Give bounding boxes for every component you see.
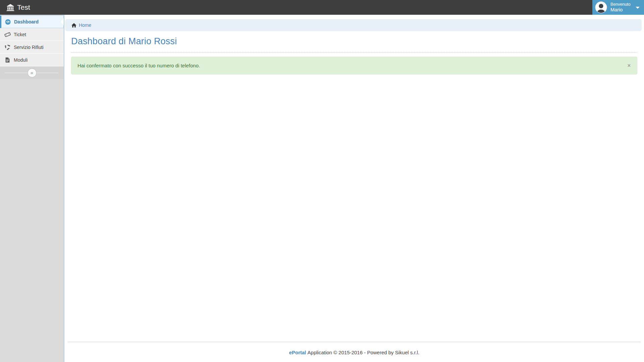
sidebar-item-moduli[interactable]: Moduli bbox=[0, 54, 64, 66]
user-greeting: Benvenuto Mario bbox=[610, 2, 631, 13]
footer: ePortalApplication © 2015-2016 - Powered… bbox=[64, 342, 644, 362]
ticket-icon bbox=[4, 32, 11, 37]
page-title: Dashboard di Mario Rossi bbox=[71, 36, 637, 47]
sidebar-item-label: Servizio Rifiuti bbox=[14, 45, 44, 50]
sidebar-collapse-row: « bbox=[0, 66, 64, 79]
sidebar: Dashboard Ticket bbox=[0, 15, 64, 362]
footer-text: ePortalApplication © 2015-2016 - Powered… bbox=[64, 350, 644, 355]
sidebar-menu: Dashboard Ticket bbox=[0, 15, 64, 66]
content-area: Home Dashboard di Mario Rossi Hai confer… bbox=[64, 15, 644, 362]
sidebar-item-label: Ticket bbox=[14, 32, 26, 37]
footer-divider bbox=[68, 342, 641, 343]
sidebar-item-label: Dashboard bbox=[14, 19, 39, 24]
footer-copyright: Application © 2015-2016 - Powered by Sik… bbox=[308, 350, 420, 355]
user-welcome-label: Benvenuto bbox=[610, 2, 631, 7]
success-alert: Hai confermato con successo il tuo numer… bbox=[71, 57, 637, 74]
dashboard-gauge-icon bbox=[4, 19, 11, 25]
home-icon bbox=[71, 23, 76, 27]
alert-close-button[interactable]: × bbox=[628, 63, 631, 68]
sidebar-item-ticket[interactable]: Ticket bbox=[0, 28, 64, 41]
document-icon bbox=[4, 57, 11, 63]
page-body: Dashboard di Mario Rossi Hai confermato … bbox=[64, 36, 644, 74]
top-navbar: Test Benvenuto Mario bbox=[0, 0, 644, 15]
chevron-down-icon bbox=[636, 7, 640, 9]
sidebar-item-servizio-rifiuti[interactable]: Servizio Rifiuti bbox=[0, 41, 64, 54]
sidebar-collapse-button[interactable]: « bbox=[28, 68, 37, 77]
avatar bbox=[595, 1, 607, 13]
user-name-label: Mario bbox=[610, 7, 631, 13]
sidebar-item-dashboard[interactable]: Dashboard bbox=[0, 15, 64, 28]
user-menu-toggle[interactable]: Benvenuto Mario bbox=[592, 0, 644, 15]
breadcrumb: Home bbox=[65, 19, 642, 31]
success-alert-message: Hai confermato con successo il tuo numer… bbox=[77, 63, 200, 68]
breadcrumb-home-link[interactable]: Home bbox=[79, 22, 91, 28]
title-divider bbox=[71, 52, 637, 53]
footer-brand-link[interactable]: ePortal bbox=[289, 350, 306, 355]
bank-icon bbox=[6, 4, 14, 11]
recycle-icon bbox=[4, 44, 11, 50]
sidebar-item-label: Moduli bbox=[14, 57, 28, 63]
app-brand[interactable]: Test bbox=[6, 0, 30, 15]
app-brand-label: Test bbox=[17, 3, 30, 11]
